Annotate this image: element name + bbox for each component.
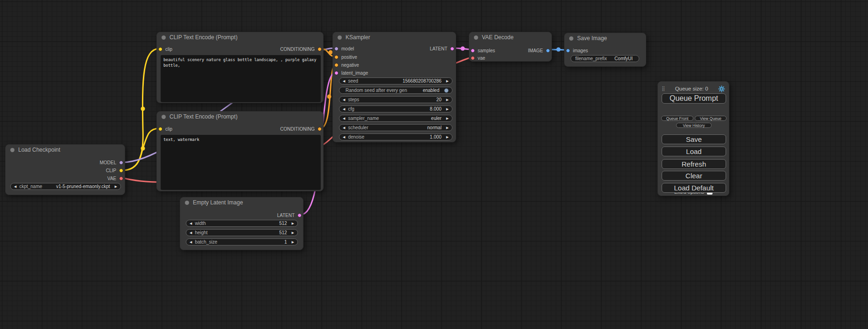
increment-arrow-icon[interactable]: ▶ [446,79,449,83]
prompt-textarea[interactable]: text, watermark [161,135,321,190]
node-title-bar[interactable]: KSampler [333,32,456,42]
clip-input-port[interactable] [158,47,162,51]
node-title-bar[interactable]: VAE Decode [469,32,551,42]
sampler-name-widget[interactable]: ◀ sampler_name euler ▶ [339,115,452,122]
decrement-arrow-icon[interactable]: ◀ [190,231,192,234]
output-label: LATENT [277,213,295,218]
decrement-arrow-icon[interactable]: ◀ [343,98,345,101]
node-title-bar[interactable]: Empty Latent Image [180,197,303,208]
increment-arrow-icon[interactable]: ▶ [292,222,294,225]
settings-gear-icon[interactable] [718,85,725,92]
model-output-port[interactable] [119,161,123,165]
refresh-button[interactable]: Refresh [662,159,726,169]
view-history-button[interactable]: View History [676,123,712,128]
toggle-icon[interactable] [444,88,449,93]
collapse-dot-icon[interactable] [569,36,573,41]
widget-value: 8.000 [430,106,442,112]
input-label: positive [341,55,357,60]
output-label: CONDITIONING [280,126,315,132]
latent-output-port[interactable] [450,47,454,51]
node-save-image[interactable]: Save Image images filename_prefix ComfyU… [564,33,646,67]
collapse-dot-icon[interactable] [474,35,478,40]
wire-dot[interactable] [557,48,561,52]
height-widget[interactable]: ◀ height 512 ▶ [186,229,298,236]
steps-widget[interactable]: ◀ steps 20 ▶ [339,96,452,103]
node-empty-latent-image[interactable]: Empty Latent Image LATENT ◀ width 512 ▶ … [180,197,303,250]
node-title-bar[interactable]: CLIP Text Encode (Prompt) [157,32,323,42]
clip-output-port[interactable] [119,168,123,173]
node-title-bar[interactable]: Save Image [565,33,646,43]
widget-label: sampler_name [348,116,379,121]
node-ksampler[interactable]: KSampler model positive negative latent_… [332,32,456,142]
queue-front-button[interactable]: Queue Front [661,116,693,121]
width-widget[interactable]: ◀ width 512 ▶ [186,220,298,227]
widget-label: cfg [348,106,354,112]
wire-dot[interactable] [141,147,145,151]
node-title-bar[interactable]: CLIP Text Encode (Prompt) [157,112,323,122]
widget-value: euler [431,116,441,121]
drag-handle-icon[interactable]: ⣿ [662,86,665,91]
decrement-arrow-icon[interactable]: ◀ [190,240,192,244]
vae-input-port[interactable] [471,56,475,60]
increment-arrow-icon[interactable]: ▶ [446,107,449,111]
vae-output-port[interactable] [119,176,123,181]
node-load-checkpoint[interactable]: Load Checkpoint MODEL CLIP VAE ◀ ckpt_na… [5,144,125,195]
decrement-arrow-icon[interactable]: ◀ [343,117,345,120]
decrement-arrow-icon[interactable]: ◀ [190,222,192,225]
filename-prefix-widget[interactable]: filename_prefix ComfyUI [571,55,639,62]
increment-arrow-icon[interactable]: ▶ [446,98,449,101]
collapse-dot-icon[interactable] [338,35,342,40]
increment-arrow-icon[interactable]: ▶ [446,126,449,129]
scheduler-widget[interactable]: ◀ scheduler normal ▶ [339,124,452,131]
load-button[interactable]: Load [662,147,726,156]
decrement-arrow-icon[interactable]: ◀ [343,79,345,83]
random-seed-widget[interactable]: Random seed after every gen enabled [339,87,452,94]
cfg-widget[interactable]: ◀ cfg 8.000 ▶ [339,105,452,112]
load-default-button[interactable]: Load Default [662,183,726,193]
clip-input-port[interactable] [158,127,162,131]
save-button[interactable]: Save [662,134,726,144]
increment-arrow-icon[interactable]: ▶ [292,231,294,234]
conditioning-output-port[interactable] [318,47,322,51]
decrement-arrow-icon[interactable]: ◀ [343,135,345,139]
prompt-textarea[interactable]: beautiful scenery nature glass bottle la… [161,55,321,102]
node-clip-text-encode-positive[interactable]: CLIP Text Encode (Prompt) clip CONDITION… [156,32,324,103]
image-output-port[interactable] [546,49,550,53]
ckpt-name-widget[interactable]: ◀ ckpt_name v1-5-pruned-emaonly.ckpt ▶ [10,183,121,190]
seed-widget[interactable]: ◀ seed 156680208700286 ▶ [339,77,452,84]
denoise-widget[interactable]: ◀ denoise 1.000 ▶ [339,133,452,140]
view-queue-button[interactable]: View Queue [695,116,727,121]
negative-input-port[interactable] [334,63,339,67]
node-title: Load Checkpoint [18,147,60,153]
increment-arrow-icon[interactable]: ▶ [292,240,294,244]
wire-dot[interactable] [141,107,145,111]
positive-input-port[interactable] [334,55,339,59]
collapse-dot-icon[interactable] [162,115,166,119]
collapse-dot-icon[interactable] [185,201,189,205]
node-graph-canvas[interactable]: Load Checkpoint MODEL CLIP VAE ◀ ckpt_na… [0,0,868,329]
clear-button[interactable]: Clear [662,171,726,181]
node-clip-text-encode-negative[interactable]: CLIP Text Encode (Prompt) clip CONDITION… [156,111,324,191]
model-input-port[interactable] [334,47,339,51]
samples-input-port[interactable] [471,49,475,53]
node-vae-decode[interactable]: VAE Decode samples vae IMAGE [469,32,552,62]
images-input-port[interactable] [566,49,570,53]
increment-arrow-icon[interactable]: ▶ [446,117,449,120]
wire-dot[interactable] [461,47,465,51]
increment-arrow-icon[interactable]: ▶ [115,185,117,188]
output-label: CLIP [106,168,116,173]
decrement-arrow-icon[interactable]: ◀ [343,126,345,129]
node-title-bar[interactable]: Load Checkpoint [6,145,125,155]
latent-output-port[interactable] [297,213,302,217]
input-label: samples [478,48,495,53]
wire-dot[interactable] [327,95,332,99]
latent-image-input-port[interactable] [334,71,339,75]
increment-arrow-icon[interactable]: ▶ [446,135,449,139]
decrement-arrow-icon[interactable]: ◀ [14,185,16,188]
queue-prompt-button[interactable]: Queue Prompt [662,93,726,104]
decrement-arrow-icon[interactable]: ◀ [343,107,345,111]
batch-size-widget[interactable]: ◀ batch_size 1 ▶ [186,238,298,245]
collapse-dot-icon[interactable] [10,148,14,152]
collapse-dot-icon[interactable] [162,35,166,40]
conditioning-output-port[interactable] [318,127,322,131]
